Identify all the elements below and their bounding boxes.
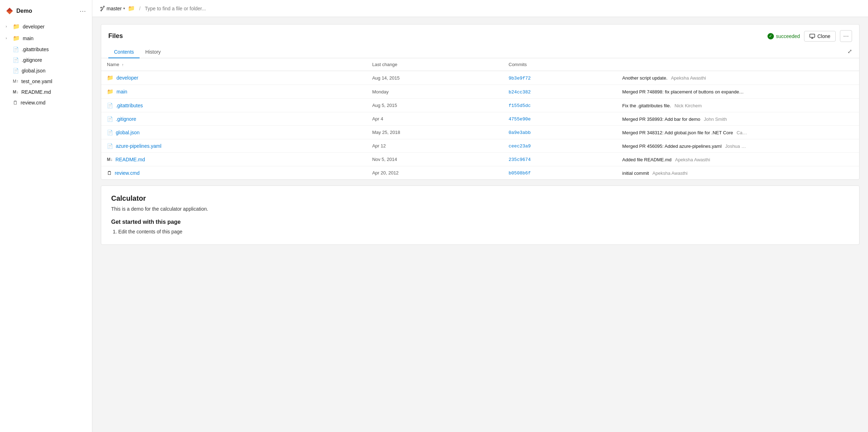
path-separator: / [139, 6, 141, 11]
sidebar-item-readme[interactable]: › M↓ README.md [0, 87, 92, 97]
file-commit-msg: Merged PR 348312: Add global.json file f… [617, 126, 859, 139]
file-icon: 📄 [13, 68, 19, 74]
col-header-message [617, 58, 859, 71]
file-cmd-icon: 🗒 [107, 170, 112, 176]
folder-button[interactable]: 📁 [128, 5, 135, 12]
branch-name: master [107, 6, 122, 11]
file-link[interactable]: azure-pipelines.yaml [116, 143, 161, 149]
file-icon: 📄 [107, 116, 113, 122]
branch-selector[interactable]: master ▾ [99, 6, 125, 11]
sidebar-item-label: developer [23, 24, 45, 29]
tab-history[interactable]: History [140, 46, 167, 58]
file-link[interactable]: developer [116, 75, 139, 81]
expand-button[interactable]: ⤢ [847, 48, 852, 55]
files-header: Files ✓ succeeded Clone [101, 25, 859, 42]
file-commit-msg: initial commit Apeksha Awasthi [617, 166, 859, 180]
sidebar-item-label: .gitignore [22, 57, 42, 63]
file-commit-hash[interactable]: ceec23a9 [503, 139, 617, 153]
file-commit-hash[interactable]: 9b3e9f72 [503, 71, 617, 85]
sidebar-item-label: test_one.yaml [21, 79, 52, 84]
table-row: 📁 main Monday b24cc382 Merged PR 748898:… [101, 85, 859, 99]
file-link[interactable]: .gitignore [116, 116, 136, 122]
folder-icon: 📁 [107, 88, 114, 95]
path-input[interactable] [145, 6, 861, 11]
file-last-change: May 25, 2018 [367, 126, 503, 139]
sidebar-item-main[interactable]: › 📁 main [0, 32, 92, 44]
file-last-change: Apr 4 [367, 112, 503, 126]
folder-icon: 📁 [13, 35, 20, 42]
readme-section: Calculator This is a demo for the calcul… [101, 185, 859, 245]
file-commit-hash[interactable]: 4755e90e [503, 112, 617, 126]
status-label: succeeded [776, 33, 800, 39]
readme-title: Calculator [111, 194, 849, 202]
file-last-change: Aug 14, 2015 [367, 71, 503, 85]
monitor-icon [809, 34, 815, 39]
file-commit-msg: Merged PR 358993: Add bar for demo John … [617, 112, 859, 126]
sidebar-item-developer[interactable]: › 📁 developer [0, 21, 92, 32]
svg-marker-1 [6, 8, 13, 11]
readme-description: This is a demo for the calculator applic… [111, 206, 849, 212]
sidebar-item-test-one-yaml[interactable]: › M↑ test_one.yaml [0, 76, 92, 87]
file-icon: 📄 [13, 57, 19, 63]
file-link[interactable]: .gitattributes [116, 103, 143, 108]
chevron-down-icon: ▾ [123, 6, 125, 10]
sidebar-more-button[interactable]: ⋯ [80, 7, 86, 15]
sidebar-item-label: .gitattributes [22, 47, 49, 52]
clone-label: Clone [817, 33, 830, 39]
file-commit-msg: Merged PR 748898: fix placement of butto… [617, 85, 859, 99]
sidebar-item-label: global.json [22, 68, 45, 74]
table-row: 📁 developer Aug 14, 2015 9b3e9f72 Anothe… [101, 71, 859, 85]
more-options-button[interactable]: ⋯ [840, 30, 852, 42]
file-commit-hash[interactable]: 235c9674 [503, 153, 617, 166]
svg-rect-2 [810, 34, 815, 37]
table-row: 📄 .gitattributes Aug 5, 2015 f155d5dc Fi… [101, 99, 859, 112]
files-title: Files [108, 32, 123, 40]
file-md-icon: M↓ [107, 157, 113, 162]
file-name-cell: 📄 azure-pipelines.yaml [101, 139, 367, 153]
file-table: Name ↑ Last change Commits [101, 58, 859, 179]
ellipsis-icon: ⋯ [843, 33, 849, 39]
file-link[interactable]: review.cmd [115, 170, 140, 176]
file-last-change: Apr 20, 2012 [367, 166, 503, 180]
tab-contents[interactable]: Contents [108, 46, 140, 58]
file-link[interactable]: README.md [115, 157, 145, 162]
sidebar-item-global-json[interactable]: › 📄 global.json [0, 65, 92, 76]
app-logo-icon [6, 7, 13, 15]
readme-list: Edit the contents of this page [111, 229, 849, 234]
chevron-right-icon: › [6, 25, 10, 28]
file-link[interactable]: global.json [116, 130, 140, 135]
file-commit-hash[interactable]: 0a9e3abb [503, 126, 617, 139]
file-link[interactable]: main [116, 89, 127, 94]
file-icon: 📄 [13, 47, 19, 52]
file-name-cell: 📄 .gitignore [101, 112, 367, 126]
file-commit-hash[interactable]: b0508b6f [503, 166, 617, 180]
main-content: master ▾ 📁 / Files ✓ succeeded [92, 0, 868, 432]
app-title: Demo [16, 8, 32, 14]
file-name-cell: M↓ README.md [101, 153, 367, 166]
readme-subtitle: Get started with this page [111, 219, 849, 225]
sidebar-item-review-cmd[interactable]: › 🗒 review.cmd [0, 97, 92, 108]
file-commit-msg: Another script update. Apeksha Awasthi [617, 71, 859, 85]
col-header-name: Name ↑ [101, 58, 367, 71]
sidebar-item-gitattributes[interactable]: › 📄 .gitattributes [0, 44, 92, 55]
col-header-commits: Commits [503, 58, 617, 71]
sidebar-item-label: README.md [21, 89, 51, 95]
file-commit-msg: Added file README.md Apeksha Awasthi [617, 153, 859, 166]
files-section: Files ✓ succeeded Clone [101, 24, 859, 180]
file-icon: 📄 [107, 143, 113, 149]
table-row: M↓ README.md Nov 5, 2014 235c9674 Added … [101, 153, 859, 166]
file-last-change: Nov 5, 2014 [367, 153, 503, 166]
content-area: Files ✓ succeeded Clone [92, 17, 868, 432]
file-commit-hash[interactable]: b24cc382 [503, 85, 617, 99]
file-commit-hash[interactable]: f155d5dc [503, 99, 617, 112]
clone-button[interactable]: Clone [804, 31, 836, 42]
file-last-change: Aug 5, 2015 [367, 99, 503, 112]
col-header-last-change: Last change [367, 58, 503, 71]
sidebar-item-gitignore[interactable]: › 📄 .gitignore [0, 55, 92, 65]
file-last-change: Monday [367, 85, 503, 99]
status-badge[interactable]: ✓ succeeded [767, 33, 800, 39]
sidebar: Demo ⋯ › 📁 developer › 📁 main › 📄 .gitat… [0, 0, 92, 432]
folder-icon: 📁 [13, 23, 20, 30]
sidebar-header: Demo ⋯ [0, 4, 92, 21]
branch-icon [99, 6, 105, 11]
